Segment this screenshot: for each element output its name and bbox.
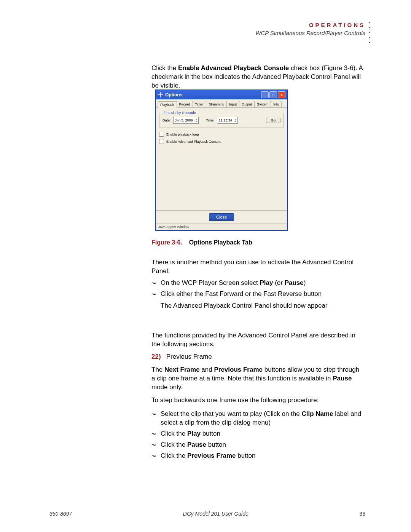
enable-loop-row[interactable]: Enable playback loop <box>159 132 284 137</box>
figure-caption: Figure 3-6. Options Playback Tab <box>151 239 252 246</box>
bullet-list-1: On the WCP Player Screen select Play (or… <box>151 279 365 310</box>
minimize-button[interactable]: _ <box>261 91 269 98</box>
options-dialog-figure: Options _ □ × Playback Record Timer Stre… <box>155 89 288 231</box>
paragraph-2: There is another method you can use to a… <box>151 258 365 276</box>
checkbox-icon[interactable] <box>159 132 164 137</box>
find-clip-legend: Find clip by timecode <box>162 111 197 115</box>
tab-record[interactable]: Record <box>177 101 193 107</box>
status-bar: Java Applet Window <box>156 224 287 230</box>
step-22: 22) Previous Frame <box>151 353 365 361</box>
page-header: OPERATIONS WCP Simultaneous Record/Playe… <box>255 21 365 37</box>
window-title: Options <box>165 92 182 97</box>
header-dots <box>369 22 370 43</box>
time-label: Time: <box>206 118 215 122</box>
enable-advanced-console-label: Enable Advanced Playback Console <box>166 140 221 144</box>
list-item: On the WCP Player Screen select Play (or… <box>161 279 365 288</box>
footer-left: 350-8697 <box>49 511 72 517</box>
list-item: Click the Previous Frame button <box>161 452 365 460</box>
checkbox-icon[interactable] <box>159 139 164 144</box>
paragraph-intro: Click the Enable Advanced Playback Conso… <box>151 64 365 90</box>
paragraph-5: To step backwards one frame use the foll… <box>151 396 365 405</box>
page-footer: 350-8697 DGy Model 201 User Guide 36 <box>49 511 365 517</box>
section-title: OPERATIONS <box>255 21 365 29</box>
list-item: Select the clip that you want to play (C… <box>161 410 365 427</box>
list-item: Click the Pause button <box>161 441 365 449</box>
enable-advanced-console-row[interactable]: Enable Advanced Playback Console <box>159 139 284 144</box>
close-window-button[interactable]: × <box>278 91 285 98</box>
paragraph-3: The functions provided by the Advanced C… <box>151 331 365 349</box>
list-item: Click either the Fast Forward or the Fas… <box>161 290 365 310</box>
tab-streaming[interactable]: Streaming <box>206 101 227 107</box>
close-button[interactable]: Close <box>209 213 234 221</box>
tab-system[interactable]: System <box>254 101 271 107</box>
enable-loop-label: Enable playback loop <box>166 133 199 136</box>
time-input[interactable]: 11:13:34 <box>217 117 238 124</box>
tab-input[interactable]: Input <box>226 101 239 107</box>
list-item: Click the Play button <box>161 430 365 438</box>
date-input[interactable]: Jun 5, 2006 <box>173 117 199 124</box>
section-subtitle: WCP Simultaneous Record/Player Controls <box>255 29 365 37</box>
maximize-button[interactable]: □ <box>269 91 277 98</box>
window-titlebar[interactable]: Options _ □ × <box>156 90 287 99</box>
tab-timer[interactable]: Timer <box>193 101 207 107</box>
go-button[interactable]: Go <box>266 118 280 123</box>
date-label: Date: <box>162 118 171 122</box>
tab-info[interactable]: Info <box>271 101 282 107</box>
bullet-list-2: Select the clip that you want to play (C… <box>151 410 365 460</box>
tab-row: Playback Record Timer Streaming Input Ou… <box>156 99 287 108</box>
tab-output[interactable]: Output <box>239 101 255 107</box>
footer-center: DGy Model 201 User Guide <box>183 511 249 517</box>
footer-right: 36 <box>359 511 365 517</box>
paragraph-4: The Next Frame and Previous Frame button… <box>151 366 365 392</box>
tab-playback[interactable]: Playback <box>158 101 177 108</box>
app-icon <box>158 92 163 97</box>
find-clip-fieldset: Find clip by timecode Date: Jun 5, 2006 … <box>159 111 284 128</box>
